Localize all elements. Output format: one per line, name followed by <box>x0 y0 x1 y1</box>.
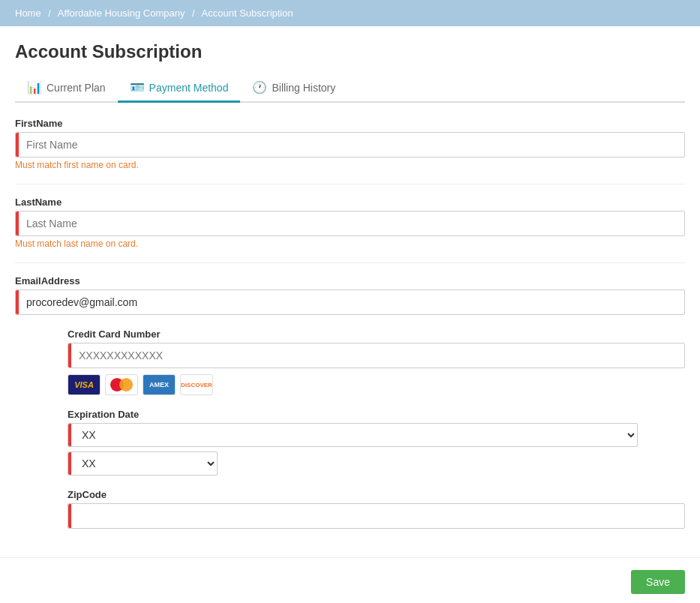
expiry-month-row: XX 010203 040506 070809 101112 <box>68 423 685 447</box>
save-button[interactable]: Save <box>631 570 685 594</box>
first-name-input-wrapper <box>15 132 685 158</box>
credit-card-section: Credit Card Number VISA AMEX DISC <box>68 328 685 529</box>
tab-billing-history[interactable]: 🕐 Billing History <box>240 74 347 103</box>
amex-icon: AMEX <box>143 374 176 395</box>
credit-card-input[interactable] <box>71 344 684 368</box>
last-name-hint: Must match last name on card. <box>15 238 685 249</box>
expiry-month-wrapper: XX 010203 040506 070809 101112 <box>68 423 638 447</box>
zip-group: ZipCode <box>68 489 685 529</box>
divider-2 <box>15 262 685 263</box>
mastercard-icon <box>105 374 138 395</box>
divider-1 <box>15 184 685 184</box>
last-name-label: LastName <box>15 196 685 208</box>
expiry-year-row: XX 202420252026 2027202820292030 <box>68 452 685 476</box>
breadcrumb-company[interactable]: Affordable Housing Company <box>58 8 185 19</box>
credit-card-group: Credit Card Number VISA AMEX DISC <box>68 328 685 395</box>
first-name-hint: Must match first name on card. <box>15 160 685 170</box>
last-name-input-wrapper <box>15 211 685 236</box>
email-group: EmailAddress <box>15 275 685 315</box>
credit-card-label: Credit Card Number <box>68 328 685 340</box>
last-name-input[interactable] <box>19 212 684 236</box>
tab-current-plan[interactable]: 📊 Current Plan <box>15 74 118 103</box>
email-label: EmailAddress <box>15 275 685 286</box>
breadcrumb-sep1: / <box>48 8 51 19</box>
expiry-group: Expiration Date XX 010203 040506 070809 … <box>68 409 685 476</box>
footer-actions: Save <box>0 557 700 603</box>
credit-card-input-wrapper <box>68 343 685 368</box>
clock-icon: 🕐 <box>252 80 267 94</box>
expiry-month-select[interactable]: XX 010203 040506 070809 101112 <box>71 424 637 446</box>
first-name-input[interactable] <box>19 133 684 157</box>
breadcrumb-current: Account Subscription <box>202 8 293 19</box>
page-title: Account Subscription <box>15 41 685 62</box>
zip-label: ZipCode <box>68 489 685 500</box>
email-input[interactable] <box>19 290 684 314</box>
zip-input-wrapper <box>68 503 685 529</box>
expiry-year-select[interactable]: XX 202420252026 2027202820292030 <box>71 452 217 475</box>
zip-input[interactable] <box>71 504 684 528</box>
first-name-label: FirstName <box>15 118 685 129</box>
breadcrumb-sep2: / <box>192 8 195 19</box>
bar-chart-icon: 📊 <box>27 80 42 94</box>
expiry-label: Expiration Date <box>68 409 685 420</box>
expiry-year-wrapper: XX 202420252026 2027202820292030 <box>68 452 218 476</box>
tab-payment-method[interactable]: 🪪 Payment Method <box>118 74 241 103</box>
last-name-group: LastName Must match last name on card. <box>15 196 685 249</box>
first-name-group: FirstName Must match first name on card. <box>15 118 685 170</box>
visa-icon: VISA <box>68 374 101 395</box>
breadcrumb-home[interactable]: Home <box>15 8 41 19</box>
discover-icon: DISCOVER <box>180 374 213 395</box>
email-input-wrapper <box>15 290 685 315</box>
card-icons-row: VISA AMEX DISCOVER <box>68 374 685 395</box>
tabs-container: 📊 Current Plan 🪪 Payment Method 🕐 Billin… <box>15 74 685 103</box>
breadcrumb: Home / Affordable Housing Company / Acco… <box>0 0 700 26</box>
credit-card-icon: 🪪 <box>130 80 145 94</box>
payment-form: FirstName Must match first name on card.… <box>15 118 685 529</box>
